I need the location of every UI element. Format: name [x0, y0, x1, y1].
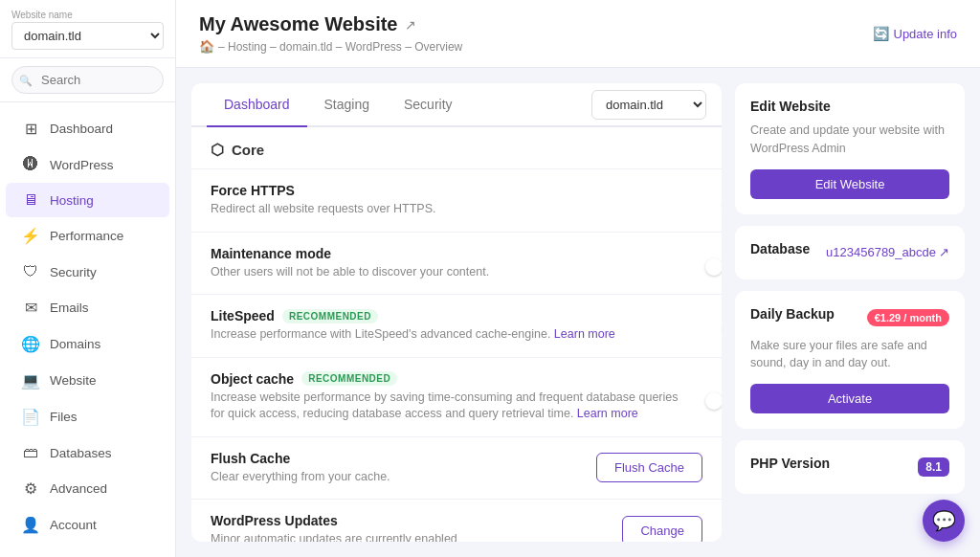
update-info-button[interactable]: 🔄 Update info [873, 26, 958, 41]
setting-title: Maintenance mode [211, 246, 687, 261]
chat-bubble[interactable]: 💬 [923, 500, 965, 542]
setting-info: Maintenance mode Other users will not be… [211, 246, 687, 281]
sidebar-item-label: Databases [50, 446, 112, 460]
daily-backup-header: Daily Backup €1.29 / month [750, 306, 949, 329]
activate-button[interactable]: Activate [750, 384, 949, 413]
setting-control: Change [622, 516, 702, 542]
website-selector[interactable]: Website name domain.tld [0, 0, 175, 58]
edit-website-card: Edit Website Create and update your webs… [735, 83, 965, 214]
sidebar-item-website[interactable]: 💻Website [6, 363, 169, 398]
edit-website-button[interactable]: Edit Website [750, 169, 949, 199]
daily-backup-desc: Make sure your files are safe and sound,… [750, 337, 949, 373]
learn-more-link[interactable]: Learn more [554, 327, 615, 341]
sidebar-item-performance[interactable]: ⚡Performance [6, 218, 169, 254]
setting-row-wordpress-updates: WordPress Updates Minor automatic update… [191, 500, 722, 542]
databases-icon: 🗃 [21, 444, 40, 461]
sidebar-item-label: Hosting [50, 193, 94, 208]
tabs-row: DashboardStagingSecurity domain.tld [191, 83, 722, 127]
php-version-row: PHP Version 8.1 [750, 456, 949, 479]
setting-desc: Clear everything from your cache. [211, 469, 581, 486]
sidebar-item-emails[interactable]: ✉Emails [6, 290, 169, 325]
tab-domain-dropdown[interactable]: domain.tld [591, 90, 706, 120]
chat-icon: 💬 [932, 509, 956, 532]
sidebar-item-domains[interactable]: 🌐Domains [6, 326, 169, 362]
content-area: DashboardStagingSecurity domain.tld ⬡ Co… [176, 68, 980, 557]
sidebar-item-label: Emails [50, 301, 89, 315]
settings-list: Force HTTPS Redirect all website request… [191, 169, 722, 542]
php-version-card: PHP Version 8.1 [735, 440, 965, 494]
sidebar-nav: ⊞Dashboard🅦WordPress🖥Hosting⚡Performance… [0, 102, 175, 557]
core-icon: ⬡ [211, 141, 224, 159]
php-version-title: PHP Version [750, 456, 830, 471]
search-input[interactable] [11, 66, 164, 94]
sidebar-item-hosting[interactable]: 🖥Hosting [6, 183, 169, 217]
setting-desc: Redirect all website requests over HTTPS… [211, 201, 687, 218]
sidebar-item-advanced[interactable]: ⚙Advanced [6, 471, 169, 506]
setting-info: LiteSpeedRECOMMENDED Increase performanc… [211, 308, 687, 344]
security-icon: 🛡 [21, 263, 40, 280]
section-title: Core [232, 142, 264, 158]
setting-control: Flush Cache [596, 453, 702, 482]
hosting-icon: 🖥 [21, 191, 40, 209]
website-selector-dropdown[interactable]: domain.tld [11, 22, 164, 50]
emails-icon: ✉ [21, 299, 40, 317]
side-panel: Edit Website Create and update your webs… [735, 83, 965, 542]
button-wordpress-updates[interactable]: Change [622, 516, 702, 542]
tab-staging[interactable]: Staging [307, 83, 387, 127]
tab-domain-select[interactable]: domain.tld [591, 90, 706, 120]
recommended-badge: RECOMMENDED [282, 309, 378, 323]
topbar: My Awesome Website ↗ 🏠 – Hosting – domai… [176, 0, 980, 68]
setting-info: Flush Cache Clear everything from your c… [211, 451, 581, 486]
sidebar-item-security[interactable]: 🛡Security [6, 255, 169, 289]
tabs: DashboardStagingSecurity [207, 83, 470, 125]
setting-desc: Minor automatic updates are currently en… [211, 531, 607, 542]
wordpress-icon: 🅦 [21, 156, 40, 173]
sidebar-item-databases[interactable]: 🗃Databases [6, 435, 169, 470]
setting-row-litespeed: LiteSpeedRECOMMENDED Increase performanc… [191, 295, 722, 358]
advanced-icon: ⚙ [21, 479, 40, 498]
setting-row-maintenance-mode: Maintenance mode Other users will not be… [191, 233, 722, 296]
learn-more-link[interactable]: Learn more [577, 407, 638, 420]
external-link-icon[interactable]: ↗ [405, 17, 416, 33]
setting-title: Flush Cache [211, 451, 581, 466]
sidebar-search-container [0, 58, 175, 102]
update-info-label: Update info [894, 27, 958, 41]
setting-title-text: Flush Cache [211, 451, 290, 466]
refresh-icon: 🔄 [873, 26, 889, 41]
setting-title-text: Object cache [211, 371, 294, 387]
breadcrumb: 🏠 – Hosting – domain.tld – WordPress – O… [199, 39, 462, 54]
website-selector-label: Website name [11, 10, 164, 20]
sidebar-item-label: WordPress [50, 158, 114, 172]
breadcrumb-text: – Hosting – domain.tld – WordPress – Ove… [218, 40, 462, 54]
database-link[interactable]: u123456789_abcde ↗ [826, 245, 949, 259]
tab-dashboard[interactable]: Dashboard [207, 83, 307, 127]
sidebar-item-files[interactable]: 📄Files [6, 399, 169, 434]
setting-info: Force HTTPS Redirect all website request… [211, 183, 687, 218]
setting-desc: Increase website performance by saving t… [211, 390, 687, 423]
account-icon: 👤 [21, 516, 40, 534]
setting-title: Object cacheRECOMMENDED [211, 371, 687, 387]
tab-security[interactable]: Security [387, 83, 470, 127]
sidebar-item-dashboard[interactable]: ⊞Dashboard [6, 111, 169, 146]
sidebar-item-account[interactable]: 👤Account [6, 507, 169, 543]
sidebar-item-label: Performance [50, 229, 123, 243]
topbar-left: My Awesome Website ↗ 🏠 – Hosting – domai… [199, 13, 462, 54]
setting-row-force-https: Force HTTPS Redirect all website request… [191, 169, 722, 233]
cards-panel: ⬡ Core Force HTTPS Redirect all website … [191, 127, 722, 542]
setting-info: WordPress Updates Minor automatic update… [211, 513, 607, 542]
php-version-badge: 8.1 [918, 457, 949, 477]
sidebar-item-label: Files [50, 410, 78, 424]
main-content: My Awesome Website ↗ 🏠 – Hosting – domai… [176, 0, 980, 557]
setting-title-text: LiteSpeed [211, 308, 275, 323]
sidebar-item-label: Domains [50, 337, 100, 351]
sidebar: Website name domain.tld ⊞Dashboard🅦WordP… [0, 0, 176, 557]
button-flush-cache[interactable]: Flush Cache [596, 453, 702, 482]
setting-title-text: Force HTTPS [211, 183, 295, 198]
files-icon: 📄 [21, 408, 40, 426]
database-card: Database u123456789_abcde ↗ [735, 226, 965, 279]
db-name: u123456789_abcde [826, 245, 936, 259]
sidebar-item-label: Security [50, 265, 97, 279]
page-title: My Awesome Website [199, 13, 397, 35]
sidebar-item-label: Advanced [50, 481, 107, 496]
sidebar-item-wordpress[interactable]: 🅦WordPress [6, 147, 169, 182]
